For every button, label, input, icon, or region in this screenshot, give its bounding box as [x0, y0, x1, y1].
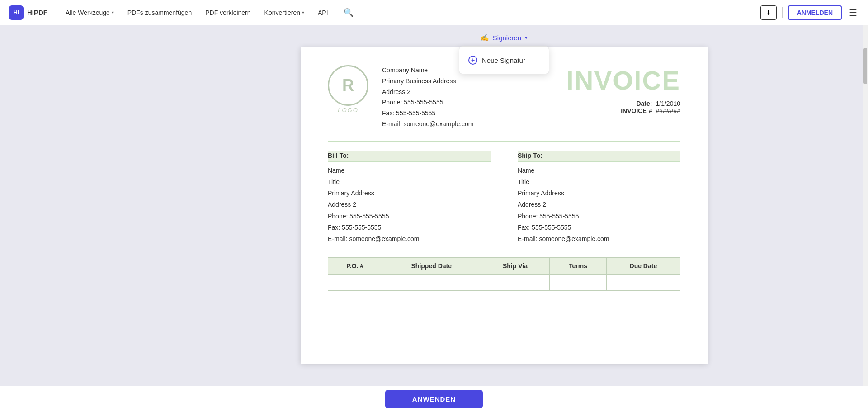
invoice-table: P.O. # Shipped Date Ship Via Terms Due D…	[328, 257, 680, 291]
download-icon: ⬇	[766, 9, 771, 16]
company-phone: Phone: 555-555-5555	[382, 97, 474, 108]
bill-to-name: Name	[328, 165, 491, 176]
divider	[328, 141, 680, 142]
date-value: 1/1/2010	[656, 100, 681, 107]
scrollbar-track[interactable]	[863, 25, 868, 386]
bill-to-email: E-mail: someone@example.com	[328, 233, 491, 245]
chevron-down-icon: ▾	[112, 10, 114, 15]
bill-to-address1: Primary Address	[328, 188, 491, 199]
bill-to-phone: Phone: 555-555-5555	[328, 211, 491, 222]
address-section: Bill To: Name Title Primary Address Addr…	[328, 151, 680, 245]
ship-to-fax: Fax: 555-555-5555	[518, 222, 680, 233]
bill-to-block: Bill To: Name Title Primary Address Addr…	[328, 151, 491, 245]
ship-to-address1: Primary Address	[518, 188, 680, 199]
company-fax: Fax: 555-555-5555	[382, 108, 474, 119]
nav-item-label: PDF verkleinern	[205, 9, 250, 16]
nav-right: ⬇ ANMELDEN ☰	[760, 5, 859, 20]
company-info: Company Name Primary Business Address Ad…	[382, 65, 474, 130]
nav-item-label: PDFs zusammenfügen	[127, 9, 192, 16]
sidebar-right	[732, 25, 868, 386]
ship-to-address2: Address 2	[518, 199, 680, 210]
cell-po	[328, 275, 382, 291]
invoice-num-label: INVOICE #	[621, 107, 652, 114]
invoice-header: R LOGO Company Name Primary Business Add…	[328, 65, 680, 130]
navbar: Hi HiPDF Alle Werkzeuge ▾ PDFs zusammenf…	[0, 0, 868, 25]
nav-item-pdf-verkleinern[interactable]: PDF verkleinern	[200, 5, 256, 20]
nav-divider	[782, 7, 783, 18]
table-header-row: P.O. # Shipped Date Ship Via Terms Due D…	[328, 258, 680, 275]
sign-button[interactable]: ✍ Signieren ▾	[472, 30, 537, 45]
sidebar-left	[0, 25, 140, 386]
nav-item-api[interactable]: API	[312, 5, 334, 20]
apply-bar: ANWENDEN	[0, 386, 868, 412]
table-row	[328, 275, 680, 291]
ship-to-label: Ship To:	[518, 151, 680, 162]
col-ship-via: Ship Via	[481, 258, 549, 275]
invoice-title: INVOICE	[566, 65, 681, 95]
sign-label: Signieren	[493, 34, 521, 42]
nav-item-pdfs-zusammenfuegen[interactable]: PDFs zusammenfügen	[122, 5, 197, 20]
nav-item-konvertieren[interactable]: Konvertieren ▾	[259, 5, 310, 20]
chevron-down-icon: ▾	[525, 35, 528, 41]
company-address2: Address 2	[382, 87, 474, 98]
ship-to-title: Title	[518, 176, 680, 188]
invoice-title-block: INVOICE Date: 1/1/2010 INVOICE # #######	[566, 65, 681, 114]
logo-letter: R	[342, 76, 354, 95]
bill-to-fax: Fax: 555-555-5555	[328, 222, 491, 233]
ship-to-email: E-mail: someone@example.com	[518, 233, 680, 245]
cell-ship-via	[481, 275, 549, 291]
logo-text: HiPDF	[27, 9, 47, 16]
logo-text: LOGO	[338, 107, 359, 114]
ship-to-name: Name	[518, 165, 680, 176]
logo-circle: R	[328, 65, 368, 106]
anmelden-button[interactable]: ANMELDEN	[788, 5, 842, 20]
chevron-down-icon: ▾	[302, 10, 304, 15]
date-label: Date:	[636, 100, 652, 107]
cell-due-date	[606, 275, 680, 291]
col-po: P.O. #	[328, 258, 382, 275]
company-block: R LOGO Company Name Primary Business Add…	[328, 65, 474, 130]
date-row: Date: 1/1/2010	[566, 100, 681, 107]
cell-shipped-date	[382, 275, 481, 291]
invoice-meta: Date: 1/1/2010 INVOICE # #######	[566, 100, 681, 114]
logo-icon: Hi	[9, 5, 24, 20]
nav-item-alle-werkzeuge[interactable]: Alle Werkzeuge ▾	[60, 5, 119, 20]
pdf-page: R LOGO Company Name Primary Business Add…	[301, 47, 708, 364]
nav-item-label: Konvertieren	[264, 9, 300, 16]
apply-button[interactable]: ANWENDEN	[385, 390, 483, 408]
nav-items: Alle Werkzeuge ▾ PDFs zusammenfügen PDF …	[60, 4, 760, 21]
nav-item-label: Alle Werkzeuge	[66, 9, 110, 16]
search-icon[interactable]: 🔍	[340, 4, 357, 21]
bill-to-label: Bill To:	[328, 151, 491, 162]
logo-block: R LOGO	[328, 65, 368, 114]
ship-to-phone: Phone: 555-555-5555	[518, 211, 680, 222]
ship-to-block: Ship To: Name Title Primary Address Addr…	[518, 151, 680, 245]
download-button[interactable]: ⬇	[760, 5, 777, 20]
main-area: ✍ Signieren ▾ + Neue Signatur R	[0, 25, 868, 386]
plus-icon: +	[468, 56, 477, 65]
sign-dropdown-menu: + Neue Signatur	[459, 46, 549, 74]
invoice-num-value: #######	[656, 107, 680, 114]
company-address1: Primary Business Address	[382, 76, 474, 87]
cell-terms	[550, 275, 607, 291]
col-due-date: Due Date	[606, 258, 680, 275]
neue-signatur-label: Neue Signatur	[482, 57, 525, 64]
sign-icon: ✍	[481, 33, 489, 42]
col-shipped-date: Shipped Date	[382, 258, 481, 275]
neue-signatur-item[interactable]: + Neue Signatur	[459, 50, 549, 70]
company-email: E-mail: someone@example.com	[382, 119, 474, 130]
col-terms: Terms	[550, 258, 607, 275]
invoice-num-row: INVOICE # #######	[566, 107, 681, 114]
bill-to-title: Title	[328, 176, 491, 188]
scrollbar-thumb[interactable]	[863, 48, 867, 84]
bill-to-address2: Address 2	[328, 199, 491, 210]
nav-item-label: API	[318, 9, 328, 16]
hamburger-menu-icon[interactable]: ☰	[847, 5, 859, 20]
nav-logo[interactable]: Hi HiPDF	[9, 5, 47, 20]
